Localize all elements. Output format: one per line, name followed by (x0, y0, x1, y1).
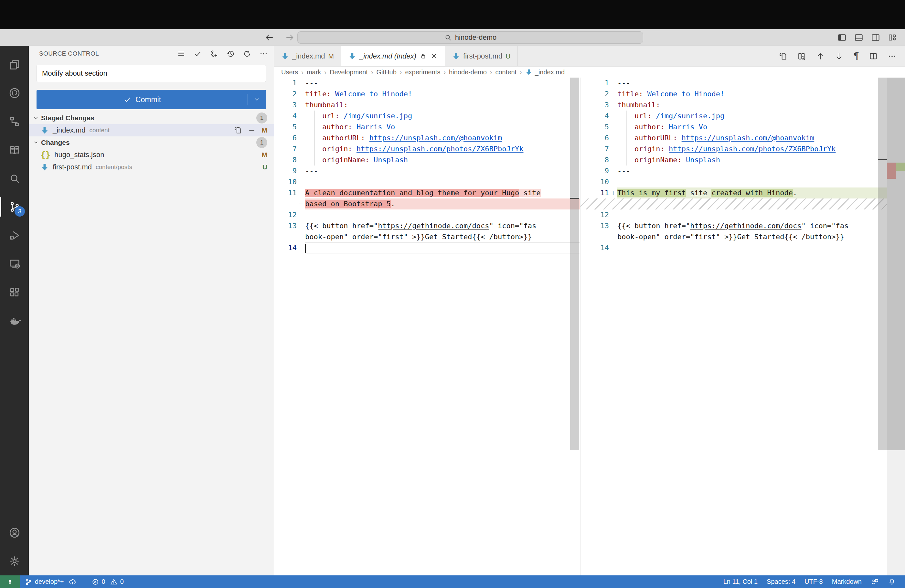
diff-editor[interactable]: 1---2title: Welcome to Hinode!3thumbnail… (274, 78, 905, 575)
activity-item-github[interactable] (0, 79, 29, 107)
encoding-item[interactable]: UTF-8 (800, 575, 827, 588)
code-row[interactable] (581, 199, 887, 210)
sidebar-left-toggle-button[interactable] (837, 33, 847, 42)
activity-item-docker[interactable] (0, 307, 29, 335)
code-row[interactable]: 9--- (274, 165, 581, 176)
scm-section-header[interactable]: Staged Changes1 (29, 112, 274, 124)
code-row[interactable]: 2title: Welcome to Hinode! (274, 89, 581, 100)
indentation-item[interactable]: Spaces: 4 (762, 575, 800, 588)
code-row[interactable]: 2title: Welcome to Hinode! (581, 89, 887, 100)
commit-button[interactable]: Commit (37, 90, 266, 109)
panel-toggle-button[interactable] (854, 33, 864, 42)
code-row[interactable]: 11+This is my first site created with Hi… (581, 188, 887, 199)
editor-action-split[interactable] (869, 52, 878, 61)
command-center-search[interactable]: hinode-demo (297, 31, 643, 44)
cursor-position-item[interactable]: Ln 11, Col 1 (719, 575, 762, 588)
nav-back-icon[interactable] (264, 33, 274, 42)
breadcrumb-item[interactable]: Development (330, 68, 368, 76)
code-row[interactable]: book-open" order="first" >}}Get Started{… (274, 232, 581, 242)
breadcrumb-item[interactable]: GitHub (376, 68, 397, 76)
activity-item-search[interactable] (0, 164, 29, 193)
breadcrumb-item[interactable]: experiments (405, 68, 440, 76)
modified-scrollbar[interactable] (878, 78, 887, 450)
markdown-icon (281, 52, 289, 60)
problems-status-item[interactable]: 0 0 (87, 575, 128, 588)
scm-branch-plus-button[interactable] (210, 49, 219, 58)
scm-file-row[interactable]: {}hugo_stats.jsonM (29, 149, 274, 161)
original-pane[interactable]: 1---2title: Welcome to Hinode!3thumbnail… (274, 78, 581, 575)
breadcrumb-item[interactable]: hinode-demo (449, 68, 487, 76)
scm-action-minus-button[interactable] (248, 126, 256, 135)
code-row[interactable]: 9--- (581, 165, 887, 176)
editor-action-more[interactable] (888, 52, 897, 61)
code-row[interactable]: book-open" order="first" >}}Get Started{… (581, 232, 887, 242)
activity-item-remote[interactable] (0, 250, 29, 278)
feedback-item[interactable] (866, 575, 883, 588)
scm-list-button[interactable] (177, 49, 186, 58)
code-row[interactable]: 14 (274, 242, 581, 253)
commit-dropdown-button[interactable] (248, 96, 266, 103)
code-row[interactable]: 10 (581, 176, 887, 188)
editor-action-arrow-down[interactable] (835, 52, 843, 61)
custom-toggle-button[interactable] (888, 33, 897, 42)
activity-item-account[interactable] (0, 518, 29, 547)
code-row[interactable]: 13{{< button href="https://gethinode.com… (274, 221, 581, 232)
code-segment: Harris Vo (352, 123, 395, 131)
code-row[interactable]: 10 (274, 176, 581, 188)
code-row[interactable]: 12 (274, 210, 581, 221)
activity-item-files[interactable] (0, 51, 29, 79)
editor-action-pilcrow[interactable]: ¶ (853, 51, 859, 61)
sidebar-right-toggle-button[interactable] (871, 33, 880, 42)
editor-action-file-go[interactable] (778, 52, 788, 61)
branch-status-item[interactable]: develop*+ (20, 575, 81, 588)
activity-item-debug[interactable] (0, 221, 29, 250)
scm-action-file-go-button[interactable] (233, 126, 242, 135)
tab--index-md-index-[interactable]: _index.md (Index) (341, 46, 445, 66)
code-content (305, 210, 581, 221)
breadcrumb-file[interactable]: _index.md (525, 68, 565, 76)
activity-item-extensions[interactable] (0, 278, 29, 307)
tab-close-button[interactable] (430, 52, 438, 60)
scm-refresh-button[interactable] (243, 49, 251, 58)
scm-file-row[interactable]: first-post.mdcontent/postsU (29, 161, 274, 173)
code-row[interactable]: −based on Bootstrap 5. (274, 199, 581, 210)
tab--index-md[interactable]: _index.mdM (274, 46, 341, 66)
editor-action-diff-inline[interactable] (797, 52, 806, 61)
commit-message-input[interactable] (37, 65, 266, 82)
notifications-item[interactable] (883, 575, 900, 588)
code-row[interactable]: 6 authorURL: https://unsplash.com/@hoanv… (274, 132, 581, 143)
remote-indicator[interactable] (0, 575, 20, 588)
code-row[interactable]: 13{{< button href="https://gethinode.com… (581, 221, 887, 232)
code-row[interactable]: 7 origin: https://unsplash.com/photos/ZX… (274, 143, 581, 154)
code-row[interactable]: 11−A clean documentation and blog theme … (274, 188, 581, 199)
breadcrumb-item[interactable]: content (495, 68, 517, 76)
scm-more-button[interactable] (259, 49, 268, 58)
code-row[interactable]: 8 originName: Unsplash (274, 154, 581, 165)
breadcrumb-item[interactable]: mark (307, 68, 321, 76)
diff-sign (609, 111, 618, 122)
code-row[interactable]: 1--- (274, 78, 581, 89)
language-mode-item[interactable]: Markdown (827, 575, 866, 588)
nav-forward-icon[interactable] (285, 33, 295, 42)
code-row[interactable]: 5 author: Harris Vo (274, 122, 581, 132)
code-row[interactable]: 1--- (581, 78, 887, 89)
scm-history-button[interactable] (226, 49, 235, 58)
breadcrumb-item[interactable]: Users (281, 68, 298, 76)
code-row[interactable]: 3thumbnail: (274, 100, 581, 111)
code-row[interactable]: 4 url: /img/sunrise.jpg (274, 111, 581, 122)
activity-item-hierarchy[interactable] (0, 107, 29, 136)
scm-file-row[interactable]: _index.mdcontentM (29, 124, 274, 137)
activity-item-gear[interactable] (0, 547, 29, 575)
code-row[interactable]: 14 (581, 242, 887, 253)
original-scrollbar[interactable] (570, 78, 579, 450)
modified-overview-marker (878, 159, 887, 161)
activity-item-source-control[interactable]: 3 (0, 193, 29, 221)
activity-item-book[interactable] (0, 136, 29, 164)
history-icon (226, 49, 235, 58)
tab-first-post-md[interactable]: first-post.mdU (445, 46, 518, 66)
code-row[interactable]: 3thumbnail: (581, 100, 887, 111)
scm-check-button[interactable] (193, 49, 202, 58)
scm-section-header[interactable]: Changes1 (29, 137, 274, 149)
editor-action-arrow-up[interactable] (816, 52, 825, 61)
code-row[interactable]: 12 (581, 210, 887, 221)
